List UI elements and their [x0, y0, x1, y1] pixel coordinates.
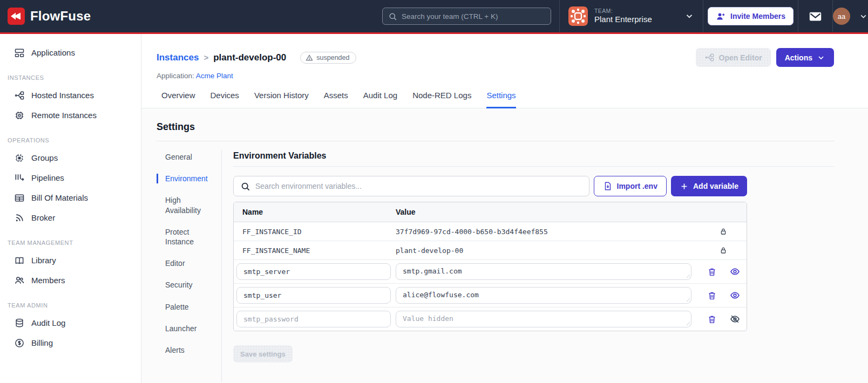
env-var-value: 37f7d969-97cd-4000-b650-b3d4f4eef855 — [396, 228, 700, 236]
trash-icon — [707, 314, 717, 324]
show-value-button[interactable] — [730, 266, 740, 277]
sidebar-item-bill-of-materials[interactable]: Bill Of Materials — [0, 188, 141, 208]
subnav-protect-instance[interactable]: Protect Instance — [157, 227, 217, 247]
chevron-down-icon — [684, 11, 694, 21]
application-label: Application: — [157, 72, 194, 80]
sidebar-item-library[interactable]: Library — [0, 250, 141, 270]
envelope-icon[interactable] — [808, 9, 823, 24]
team-text: TEAM: Plant Enterprise — [594, 8, 652, 25]
delete-variable-button[interactable] — [707, 291, 717, 300]
env-var-name-input[interactable] — [236, 287, 391, 304]
sidebar-section-team-management: TEAM MANAGEMENT — [0, 240, 141, 246]
user-avatar[interactable]: aa — [833, 8, 850, 25]
subnav-environment[interactable]: Environment — [157, 174, 217, 183]
env-var-value-input[interactable]: smtp.gmail.com — [396, 263, 691, 280]
warning-icon — [306, 54, 313, 61]
sidebar-item-label: Groups — [31, 153, 58, 162]
delete-variable-button[interactable] — [707, 314, 717, 324]
sidebar-item-label: Library — [31, 256, 56, 265]
team-selector[interactable]: TEAM: Plant Enterprise — [559, 0, 703, 32]
hide-value-button[interactable] — [730, 314, 740, 324]
sidebar-item-audit-log[interactable]: Audit Log — [0, 313, 141, 333]
sidebar-item-members[interactable]: Members — [0, 270, 141, 290]
subnav-security[interactable]: Security — [157, 280, 217, 290]
env-var-name: FF_INSTANCE_NAME — [234, 247, 396, 255]
trash-icon — [707, 291, 717, 300]
subnav-launcher[interactable]: Launcher — [157, 324, 217, 333]
invite-members-label: Invite Members — [730, 12, 785, 20]
open-editor-label: Open Editor — [719, 53, 762, 62]
table-row: FF_INSTANCE_NAME plant-develop-00 — [234, 241, 747, 260]
show-value-button[interactable] — [730, 290, 740, 300]
table-cells-icon — [14, 193, 25, 203]
applications-icon — [14, 47, 25, 58]
subnav-general[interactable]: General — [157, 152, 217, 162]
tab-audit-log[interactable]: Audit Log — [363, 91, 397, 108]
open-editor-button[interactable]: Open Editor — [696, 48, 771, 67]
flowfuse-logo[interactable]: FlowFuse — [8, 8, 91, 25]
header-buttons: Open Editor Actions — [696, 48, 834, 67]
breadcrumb-instances-link[interactable]: Instances — [157, 52, 199, 63]
sidebar-item-groups[interactable]: Groups — [0, 148, 141, 168]
team-search-input[interactable] — [402, 12, 545, 20]
actions-button[interactable]: Actions — [776, 48, 834, 67]
subnav-high-availability[interactable]: High Availability — [157, 195, 217, 215]
sidebar-item-label: Billing — [31, 338, 53, 347]
invite-segment: Invite Members — [703, 0, 798, 32]
save-settings-button[interactable]: Save settings — [233, 345, 293, 363]
instance-tabs: Overview Devices Version History Assets … — [141, 91, 868, 108]
status-badge-label: suspended — [316, 54, 349, 61]
chevron-down-icon — [817, 53, 825, 62]
subnav-alerts[interactable]: Alerts — [157, 345, 217, 355]
cpu-chip-icon — [14, 110, 25, 121]
team-label: TEAM: — [594, 8, 652, 15]
application-link[interactable]: Acme Plant — [196, 72, 233, 80]
lock-icon — [719, 227, 728, 236]
tab-devices[interactable]: Devices — [211, 91, 239, 108]
instance-header: Instances > plant-develop-00 suspended O… — [141, 34, 868, 80]
add-variable-button[interactable]: Add variable — [671, 176, 747, 196]
navbar-left: FlowFuse — [0, 0, 382, 32]
tab-overview[interactable]: Overview — [161, 91, 195, 108]
sidebar-item-pipelines[interactable]: Pipelines — [0, 168, 141, 188]
plus-icon — [680, 182, 689, 191]
invite-members-button[interactable]: Invite Members — [708, 7, 794, 25]
env-var-name-input[interactable] — [236, 263, 391, 280]
import-env-label: Import .env — [617, 182, 657, 190]
divider — [221, 150, 222, 382]
env-search-input[interactable] — [255, 182, 582, 190]
tab-settings[interactable]: Settings — [486, 91, 516, 108]
sidebar-item-label: Audit Log — [31, 318, 65, 327]
database-icon — [14, 318, 25, 329]
add-variable-label: Add variable — [693, 182, 738, 190]
tab-version-history[interactable]: Version History — [254, 91, 309, 108]
import-env-button[interactable]: Import .env — [594, 176, 667, 196]
env-var-value-input[interactable] — [396, 311, 691, 327]
node-red-editor-icon — [704, 52, 715, 63]
team-avatar — [568, 6, 588, 26]
tab-assets[interactable]: Assets — [324, 91, 348, 108]
sidebar-item-billing[interactable]: Billing — [0, 333, 141, 353]
tab-node-red-logs[interactable]: Node-RED Logs — [412, 91, 471, 108]
sidebar-item-label: Pipelines — [31, 173, 64, 182]
sidebar-item-applications[interactable]: Applications — [0, 43, 141, 63]
sidebar: Applications INSTANCES Hosted Instances … — [0, 34, 141, 383]
chevron-down-icon[interactable] — [859, 12, 868, 21]
eye-icon — [730, 266, 740, 277]
sidebar-item-hosted-instances[interactable]: Hosted Instances — [0, 85, 141, 105]
sidebar-item-remote-instances[interactable]: Remote Instances — [0, 105, 141, 125]
sidebar-item-label: Applications — [31, 48, 75, 57]
env-var-name-input[interactable] — [236, 311, 391, 327]
subnav-palette[interactable]: Palette — [157, 302, 217, 312]
subnav-editor[interactable]: Editor — [157, 258, 217, 268]
users-icon — [14, 275, 25, 286]
eye-slash-icon — [730, 314, 740, 324]
sidebar-item-broker[interactable]: Broker — [0, 208, 141, 228]
team-name: Plant Enterprise — [594, 15, 652, 25]
column-header-value: Value — [396, 208, 700, 216]
sidebar-item-label: Bill Of Materials — [31, 193, 88, 202]
breadcrumb-separator: > — [204, 53, 208, 62]
trash-icon — [707, 267, 717, 277]
env-var-value-input[interactable]: alice@flowfuse.com — [396, 287, 691, 304]
delete-variable-button[interactable] — [707, 267, 717, 277]
